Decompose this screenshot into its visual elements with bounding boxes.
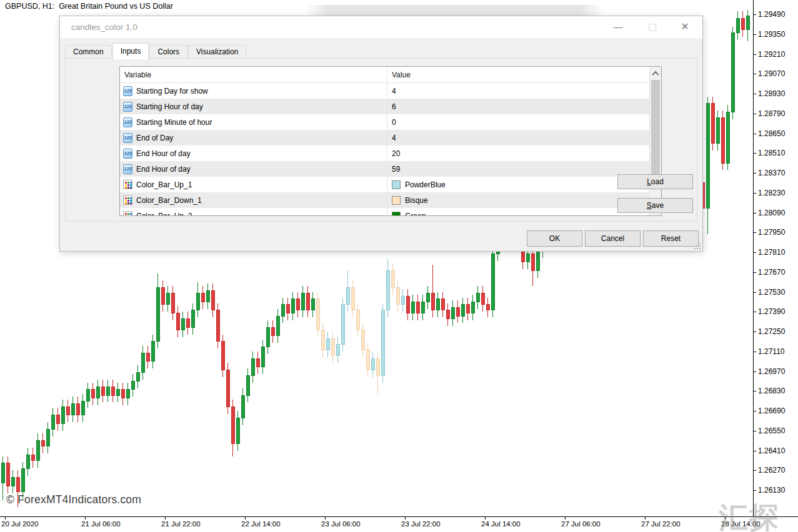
integer-parameter-icon: 123	[123, 133, 132, 143]
candle	[741, 11, 744, 37]
time-axis[interactable]: 20 Jul 202021 Jul 06:0021 Jul 22:0022 Ju…	[1, 516, 761, 528]
candle	[366, 343, 369, 377]
integer-parameter-icon: 123	[123, 149, 132, 159]
table-row[interactable]: 123Starting Day for show4	[120, 83, 661, 99]
table-row[interactable]: 123End of Day4	[120, 130, 661, 145]
price-axis-label: 1.28790	[758, 109, 786, 118]
table-row[interactable]: 123End Hour of day20	[120, 145, 661, 161]
scroll-up-icon[interactable]	[650, 68, 661, 79]
candle	[441, 292, 444, 318]
parameter-value-text: 59	[392, 165, 400, 174]
candle	[426, 286, 429, 308]
tab-visualization[interactable]: Visualization	[188, 45, 246, 59]
reset-button[interactable]: Reset	[643, 230, 699, 247]
vertical-scrollbar[interactable]	[649, 67, 661, 215]
parameter-value-text: 0	[392, 118, 396, 127]
candle	[191, 303, 194, 335]
parameter-value[interactable]: 6	[387, 99, 661, 114]
candle	[71, 397, 74, 422]
candle	[256, 352, 259, 374]
price-axis-label: 1.29210	[758, 50, 786, 59]
candle	[271, 320, 274, 343]
candle	[46, 422, 49, 453]
color-swatch	[392, 196, 401, 205]
candle	[111, 380, 114, 402]
candle	[381, 303, 384, 383]
time-axis-label: 23 Jul 06:00	[321, 520, 361, 528]
table-row[interactable]: Color_Bar_Up_1PowderBlue	[120, 177, 661, 192]
candle	[706, 97, 709, 234]
price-axis-label: 1.27950	[758, 228, 786, 237]
save-button[interactable]: Save	[617, 198, 693, 213]
top-watermark-band	[304, 5, 604, 16]
load-button[interactable]: Load	[617, 174, 693, 189]
parameter-name: Starting Minute of hour	[136, 118, 212, 127]
price-axis-label: 1.28510	[758, 149, 786, 157]
candle	[251, 352, 254, 383]
candle	[401, 289, 404, 312]
candle	[296, 292, 299, 318]
integer-parameter-icon: 123	[123, 117, 132, 127]
candle	[356, 303, 359, 337]
candle	[291, 292, 294, 320]
candle	[531, 247, 534, 287]
tab-common[interactable]: Common	[65, 45, 112, 59]
price-axis-label: 1.29070	[758, 69, 786, 78]
parameter-value[interactable]: 4	[387, 130, 661, 145]
dialog-title: candles_color 1.0	[71, 22, 137, 32]
time-axis-label: 20 Jul 2020	[1, 520, 38, 528]
candle	[206, 283, 209, 309]
parameter-value[interactable]: 0	[387, 114, 661, 130]
table-row[interactable]: 123Starting Hour of day6	[120, 99, 661, 114]
candle	[6, 456, 9, 493]
indicator-properties-dialog: candles_color 1.0 — ▢ ✕ CommonInputsColo…	[59, 16, 703, 252]
candle	[1, 456, 4, 500]
price-axis-label: 1.28370	[758, 169, 786, 177]
table-row[interactable]: Color_Bar_Down_1Bisque	[120, 192, 661, 208]
candle	[446, 303, 449, 326]
ok-button[interactable]: OK	[527, 230, 582, 247]
price-axis[interactable]: 1.294901.293501.292101.290701.289301.287…	[753, 10, 786, 495]
integer-parameter-icon: 123	[123, 164, 132, 174]
parameter-name: Color_Bar_Up_2	[136, 212, 192, 217]
cancel-button-label: Cancel	[586, 231, 640, 246]
candle	[266, 320, 269, 354]
cancel-button[interactable]: Cancel	[585, 230, 641, 247]
color-parameter-icon	[123, 211, 132, 216]
scrollbar-thumb[interactable]	[651, 80, 660, 175]
parameter-value[interactable]: 20	[387, 145, 661, 161]
candle	[61, 400, 64, 431]
candle	[716, 111, 719, 150]
price-axis-label: 1.26690	[758, 406, 786, 415]
table-row[interactable]: Color_Bar_Up_2Green	[120, 208, 661, 216]
price-axis-label: 1.28230	[758, 189, 786, 197]
reset-button-label: Reset	[644, 231, 698, 246]
parameter-value-text: Green	[405, 212, 426, 217]
tab-inputs[interactable]: Inputs	[112, 43, 149, 59]
color-swatch	[392, 180, 401, 189]
candle	[11, 470, 14, 493]
table-row[interactable]: 123End Hour of day59	[120, 161, 661, 177]
price-axis-label: 1.26270	[758, 466, 786, 475]
parameter-name: End Hour of day	[136, 149, 191, 158]
candle	[116, 383, 119, 403]
close-icon[interactable]: ✕	[671, 16, 699, 37]
table-row[interactable]: 123Starting Minute of hour0	[120, 114, 661, 130]
candle	[26, 448, 29, 476]
resize-grip[interactable]	[694, 243, 701, 249]
minimize-icon[interactable]: —	[604, 16, 632, 37]
tab-colors[interactable]: Colors	[149, 45, 187, 59]
candle	[276, 309, 279, 343]
candle	[481, 286, 484, 312]
candle	[431, 265, 434, 317]
dialog-titlebar[interactable]: candles_color 1.0 — ▢ ✕	[60, 16, 702, 38]
parameter-value-text: 4	[392, 87, 396, 96]
integer-parameter-icon: 123	[123, 86, 132, 96]
color-parameter-icon	[123, 195, 132, 205]
price-axis-label: 1.29350	[758, 30, 786, 39]
candle	[311, 292, 314, 318]
candle	[241, 388, 244, 425]
parameter-value[interactable]: 4	[387, 83, 661, 99]
candle	[66, 400, 69, 422]
site-watermark: © ForexMT4Indicators.com	[6, 493, 141, 506]
